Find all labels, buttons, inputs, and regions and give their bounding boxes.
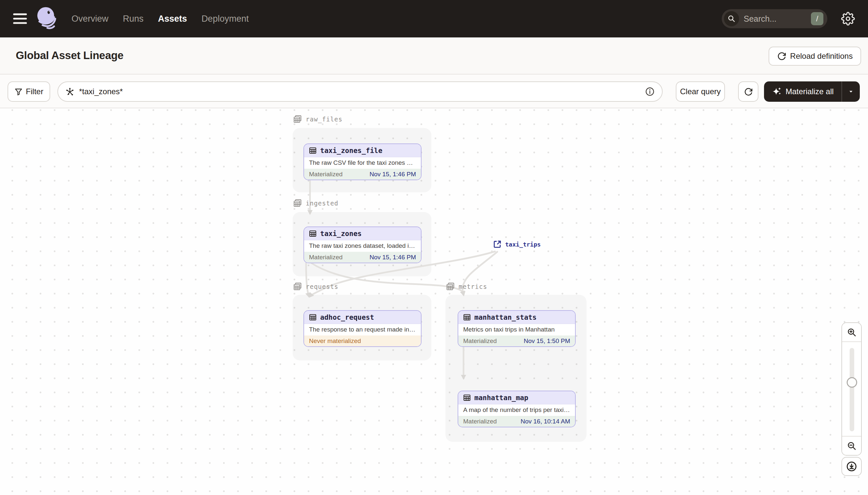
- menu-icon[interactable]: [13, 12, 28, 25]
- asset-timestamp[interactable]: Nov 16, 10:14 AM: [520, 418, 570, 425]
- asset-status: Materialized: [309, 254, 342, 261]
- funnel-icon: [14, 88, 23, 96]
- asset-name: adhoc_request: [320, 313, 374, 321]
- asset-node-adhoc-request[interactable]: adhoc_request The response to an request…: [303, 310, 422, 347]
- info-icon[interactable]: [645, 87, 655, 97]
- materialize-all-label: Materialize all: [786, 87, 834, 96]
- asset-node-header: adhoc_request: [304, 311, 421, 324]
- lineage-canvas[interactable]: raw_files ingested requests: [0, 108, 868, 495]
- table-stack-icon: [445, 281, 455, 291]
- filter-label: Filter: [26, 87, 43, 96]
- asset-status: Materialized: [309, 171, 342, 178]
- asset-status-bar: Materialized Nov 15, 1:46 PM: [304, 169, 421, 180]
- asset-status-bar: Never materialized: [304, 336, 421, 346]
- zoom-slider[interactable]: [842, 341, 861, 437]
- lineage-toolbar: Filter: [0, 74, 868, 108]
- asset-node-header: manhattan_map: [458, 391, 575, 405]
- external-link-icon: [493, 240, 502, 249]
- zoom-in-icon: [847, 327, 856, 337]
- external-asset-taxi-trips[interactable]: taxi_trips: [493, 240, 541, 249]
- chevron-down-icon: [847, 88, 854, 95]
- search-icon: [724, 11, 739, 26]
- table-icon: [463, 313, 471, 321]
- zoom-in-button[interactable]: [842, 323, 861, 341]
- lineage-edges: [0, 108, 868, 495]
- asset-node-header: taxi_zones: [304, 227, 421, 240]
- table-icon: [309, 229, 317, 238]
- filter-button[interactable]: Filter: [7, 81, 50, 102]
- asset-node-taxi-zones[interactable]: taxi_zones The raw taxi zones dataset, l…: [303, 226, 422, 263]
- materialize-options-dropdown[interactable]: [842, 81, 860, 102]
- asset-node-manhattan-map[interactable]: manhattan_map A map of the number of tri…: [458, 391, 576, 427]
- asset-name: taxi_zones_file: [320, 147, 383, 155]
- asset-status-bar: Materialized Nov 16, 10:14 AM: [458, 416, 575, 427]
- group-label-metrics[interactable]: metrics: [445, 281, 487, 291]
- page-header: Global Asset Lineage Reload definitions: [0, 37, 868, 74]
- materialize-all-split-button: Materialize all: [764, 81, 860, 102]
- asset-status-bar: Materialized Nov 15, 1:46 PM: [304, 252, 421, 262]
- zoom-controls: [842, 322, 862, 456]
- zoom-out-icon: [847, 441, 856, 451]
- zoom-out-button[interactable]: [842, 437, 861, 455]
- download-image-button[interactable]: [842, 457, 862, 476]
- table-icon: [309, 313, 317, 321]
- asset-description: The response to an request made in th...: [304, 324, 421, 336]
- group-label-ingested[interactable]: ingested: [293, 198, 339, 208]
- clear-query-button[interactable]: Clear query: [676, 81, 725, 102]
- group-name: ingested: [306, 200, 339, 207]
- asset-node-header: manhattan_stats: [458, 311, 575, 324]
- asset-name: manhattan_map: [474, 394, 528, 402]
- asset-description: Metrics on taxi trips in Manhattan: [458, 324, 575, 336]
- app-window: Overview Runs Assets Deployment / Global…: [0, 0, 868, 495]
- asset-status: Materialized: [463, 338, 497, 345]
- reload-definitions-button[interactable]: Reload definitions: [768, 47, 861, 66]
- nav-runs[interactable]: Runs: [123, 14, 144, 24]
- table-icon: [309, 147, 317, 155]
- dagster-logo-icon[interactable]: [34, 4, 60, 33]
- asset-description: The raw CSV file for the taxi zones dat.…: [304, 157, 421, 169]
- nav-deployment[interactable]: Deployment: [201, 14, 249, 24]
- group-name: metrics: [459, 283, 487, 290]
- asset-selection-input[interactable]: [57, 81, 663, 102]
- top-navigation-bar: Overview Runs Assets Deployment /: [0, 0, 868, 37]
- materialize-all-button[interactable]: Materialize all: [764, 81, 842, 102]
- asset-description: A map of the number of trips per taxi z.…: [458, 405, 575, 416]
- main-nav: Overview Runs Assets Deployment: [72, 0, 249, 37]
- group-name: requests: [306, 283, 339, 290]
- table-icon: [463, 394, 471, 402]
- zoom-slider-thumb[interactable]: [847, 377, 857, 388]
- group-name: raw_files: [306, 116, 342, 123]
- external-asset-name: taxi_trips: [505, 241, 541, 248]
- nav-overview[interactable]: Overview: [72, 14, 109, 24]
- asset-timestamp[interactable]: Nov 15, 1:46 PM: [369, 254, 416, 261]
- table-stack-icon: [293, 281, 302, 291]
- asset-node-manhattan-stats[interactable]: manhattan_stats Metrics on taxi trips in…: [458, 310, 576, 347]
- page-title: Global Asset Lineage: [16, 49, 123, 62]
- sparkles-icon: [772, 87, 782, 97]
- asset-node-taxi-zones-file[interactable]: taxi_zones_file The raw CSV file for the…: [303, 143, 422, 180]
- asset-name: taxi_zones: [320, 230, 361, 238]
- asset-timestamp[interactable]: Nov 15, 1:46 PM: [369, 171, 416, 178]
- search-input[interactable]: [744, 14, 811, 24]
- table-stack-icon: [293, 114, 302, 124]
- group-label-raw-files[interactable]: raw_files: [293, 114, 342, 124]
- asset-name: manhattan_stats: [474, 313, 537, 321]
- graph-selector-icon: [65, 87, 74, 96]
- asset-timestamp[interactable]: Nov 15, 1:50 PM: [524, 338, 570, 345]
- reload-definitions-label: Reload definitions: [790, 52, 853, 61]
- table-stack-icon: [293, 198, 302, 208]
- global-search[interactable]: /: [722, 9, 827, 28]
- asset-status: Materialized: [463, 418, 497, 425]
- gear-icon[interactable]: [841, 12, 855, 25]
- asset-description: The raw taxi zones dataset, loaded int..…: [304, 240, 421, 252]
- asset-status: Never materialized: [309, 338, 361, 345]
- refresh-button[interactable]: [738, 81, 758, 102]
- zoom-slider-track[interactable]: [850, 348, 854, 431]
- asset-query-input[interactable]: [79, 87, 640, 96]
- group-label-requests[interactable]: requests: [293, 281, 339, 291]
- nav-assets[interactable]: Assets: [158, 14, 187, 24]
- search-shortcut-badge: /: [811, 12, 823, 25]
- download-icon: [846, 461, 857, 472]
- refresh-icon: [777, 52, 786, 61]
- asset-status-bar: Materialized Nov 15, 1:50 PM: [458, 336, 575, 346]
